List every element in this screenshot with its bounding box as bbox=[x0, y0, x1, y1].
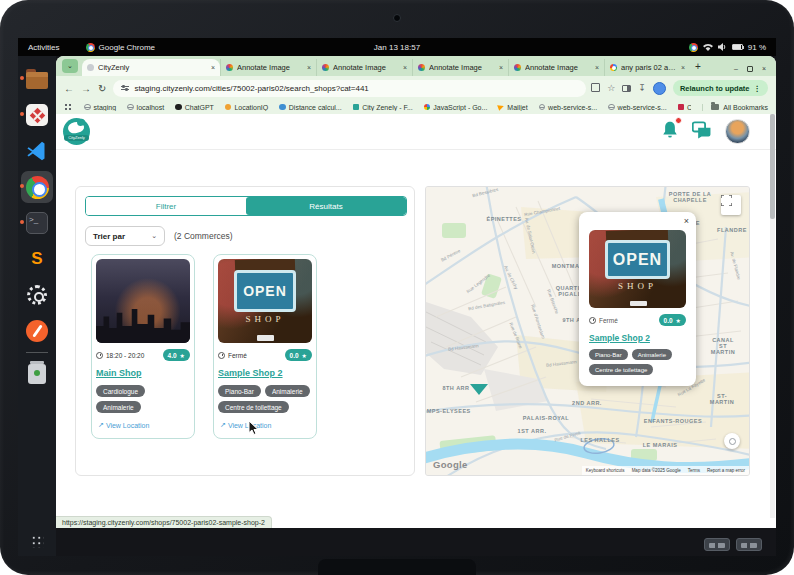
tab-close-icon[interactable]: × bbox=[499, 64, 503, 71]
site-controls-icon[interactable] bbox=[121, 84, 129, 92]
focused-app[interactable]: Google Chrome bbox=[86, 43, 155, 52]
shop-title-link[interactable]: Main Shop bbox=[96, 368, 190, 378]
page-scrollbar[interactable] bbox=[770, 114, 775, 518]
bookmark-item[interactable]: web-service-s... bbox=[608, 104, 667, 111]
dock-item-sublime-icon[interactable]: S bbox=[21, 243, 53, 275]
tab-close-icon[interactable]: × bbox=[403, 64, 407, 71]
dock-item-vscode-icon[interactable] bbox=[21, 135, 53, 167]
popup-shop-link[interactable]: Sample Shop 2 bbox=[589, 333, 686, 343]
screen: Activities Google Chrome Jan 13 18:57 91… bbox=[18, 38, 776, 556]
tab-filtrer[interactable]: Filtrer bbox=[86, 197, 246, 215]
bookmark-item[interactable]: ChatGPT bbox=[175, 104, 214, 111]
clock[interactable]: Jan 13 18:57 bbox=[374, 43, 420, 52]
view-location-link[interactable]: ↗View Location bbox=[220, 421, 271, 429]
tab-close-icon[interactable]: × bbox=[211, 64, 215, 71]
bookmark-item[interactable]: Mailjet bbox=[498, 104, 527, 111]
map[interactable]: PORTE DE LA CHAPELLELA CHAPELLEFLANDREÉP… bbox=[425, 186, 750, 476]
battery-percent: 91 % bbox=[748, 43, 766, 52]
bookmark-item[interactable]: localhost bbox=[127, 104, 164, 111]
fullscreen-button[interactable] bbox=[721, 195, 741, 215]
vscode-icon bbox=[27, 141, 47, 161]
volume-icon bbox=[718, 43, 727, 51]
downloads-icon[interactable]: ↧ bbox=[638, 83, 646, 93]
kebab-menu-icon[interactable]: ⋮ bbox=[754, 84, 762, 93]
attribution-link[interactable]: Terms bbox=[688, 468, 700, 473]
cityzenly-logo[interactable]: CityZenly bbox=[63, 118, 90, 145]
browser-tab[interactable]: Annotate Image× bbox=[508, 59, 604, 76]
osk-hide-button[interactable] bbox=[736, 538, 762, 551]
browser-tab[interactable]: CityZenly× bbox=[82, 59, 220, 76]
browser-tab[interactable]: Annotate Image× bbox=[412, 59, 508, 76]
popup-rating-badge: 0.0★ bbox=[659, 314, 686, 326]
shop-tag: Animalerie bbox=[632, 349, 672, 360]
all-bookmarks-button[interactable]: All Bookmarks bbox=[702, 104, 768, 111]
tab-close-icon[interactable]: × bbox=[307, 64, 311, 71]
popup-close-icon[interactable]: × bbox=[684, 216, 689, 226]
minimize-button[interactable]: – bbox=[734, 65, 738, 72]
shop-hours: 18:20 - 20:20 bbox=[106, 352, 144, 359]
maximize-button[interactable] bbox=[747, 66, 753, 72]
sort-select[interactable]: Trier par ⌄ bbox=[85, 226, 165, 246]
shop-card[interactable]: 18:20 - 20:20 4.0★ Main Shop Cardiologue… bbox=[91, 254, 195, 439]
attribution-link[interactable]: Keyboard shortcuts bbox=[586, 468, 625, 473]
page-content: Filtrer Résultats Trier par ⌄ (2 Commerc… bbox=[56, 150, 776, 518]
map-district-label: FLANDRE bbox=[717, 227, 747, 233]
tab-resultats[interactable]: Résultats bbox=[246, 197, 406, 215]
relaunch-button[interactable]: Relaunch to update⋮ bbox=[673, 80, 768, 96]
osk-keyboard-button[interactable] bbox=[704, 538, 730, 551]
browser-tab[interactable]: Annotate Image× bbox=[220, 59, 316, 76]
google-favicon bbox=[610, 64, 617, 71]
sublime-icon: S bbox=[31, 249, 42, 269]
bookmark-star-icon[interactable]: ☆ bbox=[607, 83, 615, 93]
bookmark-favicon bbox=[127, 104, 134, 111]
bookmark-label: staging bbox=[94, 104, 117, 111]
dock-item-design-app-icon[interactable] bbox=[21, 99, 53, 131]
bookmark-item[interactable]: LocationIQ bbox=[225, 104, 268, 111]
dock-item-settings-icon[interactable] bbox=[21, 279, 53, 311]
browser-tab[interactable]: any paris 02 address - G× bbox=[604, 59, 690, 76]
new-tab-button[interactable]: + bbox=[690, 58, 706, 74]
profile-avatar[interactable] bbox=[653, 82, 666, 95]
bookmark-item[interactable]: staging bbox=[84, 104, 116, 111]
bookmark-item[interactable]: Connexion - In... bbox=[678, 104, 692, 111]
close-window-button[interactable]: × bbox=[762, 65, 766, 72]
back-button[interactable]: ← bbox=[64, 83, 74, 94]
view-location-link[interactable]: ↗View Location bbox=[98, 421, 149, 429]
bookmark-label: Mailjet bbox=[507, 104, 527, 111]
dock-item-terminal-icon[interactable]: >_ bbox=[21, 207, 53, 239]
activities-button[interactable]: Activities bbox=[28, 43, 60, 52]
dock-item-chrome-icon[interactable] bbox=[21, 171, 53, 203]
side-panel-icon[interactable] bbox=[622, 85, 631, 92]
bookmark-item[interactable]: JavaScript - Go... bbox=[424, 104, 488, 111]
scrollbar-thumb[interactable] bbox=[770, 114, 775, 219]
mouse-cursor bbox=[248, 420, 260, 436]
map-marker-tip[interactable] bbox=[470, 384, 488, 395]
url-bar[interactable]: staging.cityzenly.com/cities/75002-paris… bbox=[113, 80, 586, 97]
bookmark-item[interactable]: Distance calcul... bbox=[279, 104, 341, 111]
translate-icon[interactable] bbox=[593, 85, 600, 92]
forward-button[interactable]: → bbox=[81, 83, 91, 94]
chat-icon[interactable] bbox=[692, 121, 712, 143]
reload-button[interactable]: ↻ bbox=[98, 83, 106, 94]
tab-close-icon[interactable]: × bbox=[595, 64, 599, 71]
show-applications-button[interactable] bbox=[31, 535, 44, 548]
bookmark-item[interactable]: City Zenely - F... bbox=[353, 104, 413, 111]
browser-tab[interactable]: Annotate Image× bbox=[316, 59, 412, 76]
system-tray[interactable]: 91 % bbox=[689, 43, 766, 52]
user-avatar[interactable] bbox=[725, 119, 750, 144]
bookmark-item[interactable]: web-service-s... bbox=[539, 104, 598, 111]
bookmark-favicon bbox=[678, 104, 685, 111]
tab-close-icon[interactable]: × bbox=[681, 64, 685, 71]
dock-item-trash-icon[interactable] bbox=[21, 358, 53, 390]
bookmark-label: LocationIQ bbox=[234, 104, 268, 111]
map-recenter-button[interactable] bbox=[724, 433, 740, 449]
attribution-link[interactable]: Report a map error bbox=[707, 468, 745, 473]
attribution-link[interactable]: Map data ©2025 Google bbox=[632, 468, 681, 473]
tab-search-button[interactable]: ⌄ bbox=[62, 59, 78, 73]
shop-card[interactable]: OPENSHOP Fermé 0.0★ Sample Shop 2 Piano-… bbox=[213, 254, 317, 439]
apps-grid-icon[interactable] bbox=[64, 103, 73, 112]
dock-item-files-icon[interactable] bbox=[21, 63, 53, 95]
shop-title-link[interactable]: Sample Shop 2 bbox=[218, 368, 312, 378]
notifications-bell-icon[interactable] bbox=[661, 120, 679, 144]
dock-item-pen-icon[interactable] bbox=[21, 315, 53, 347]
